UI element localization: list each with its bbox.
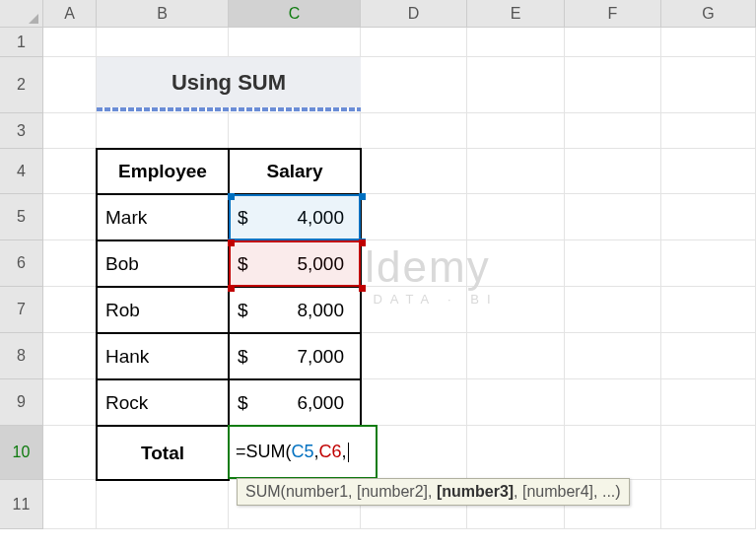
col-header-D[interactable]: D [361, 0, 467, 28]
table-cell-B5[interactable]: Mark [96, 193, 230, 241]
cell-A7[interactable] [43, 287, 97, 333]
cell-D2[interactable] [361, 57, 467, 113]
row-header-7[interactable]: 7 [0, 287, 43, 333]
cell-F4[interactable] [565, 149, 661, 194]
column-headers: ABCDEFG [43, 0, 756, 28]
cell-G3[interactable] [661, 113, 756, 149]
cell-D4[interactable] [361, 149, 467, 194]
select-all-corner[interactable] [0, 0, 43, 28]
row-header-2[interactable]: 2 [0, 57, 43, 113]
cell-D1[interactable] [361, 28, 467, 57]
cell-F8[interactable] [565, 333, 661, 379]
cell-G11[interactable] [661, 480, 756, 529]
table-cell-B9[interactable]: Rock [96, 378, 230, 427]
cell-E7[interactable] [467, 287, 565, 333]
table-cell-B6[interactable]: Bob [96, 240, 230, 288]
cell-E4[interactable] [467, 149, 565, 194]
cell-G8[interactable] [661, 333, 756, 379]
table-cell-B4[interactable]: Employee [96, 148, 230, 195]
table-cell-C6[interactable]: $5,000 [228, 240, 362, 288]
cell-G2[interactable] [661, 57, 756, 113]
cell-A4[interactable] [43, 149, 97, 194]
page-title: Using SUM [97, 57, 361, 107]
col-header-A[interactable]: A [43, 0, 97, 28]
cell-B11[interactable] [97, 480, 229, 529]
row-header-8[interactable]: 8 [0, 333, 43, 379]
cell-G7[interactable] [661, 287, 756, 333]
cell-A2[interactable] [43, 57, 97, 113]
cell-A3[interactable] [43, 113, 97, 149]
cell-A6[interactable] [43, 240, 97, 287]
row-header-1[interactable]: 1 [0, 28, 43, 57]
cell-G1[interactable] [661, 28, 756, 57]
col-header-F[interactable]: F [565, 0, 661, 28]
cell-D6[interactable] [361, 240, 467, 287]
cell-G5[interactable] [661, 194, 756, 240]
cell-B3[interactable] [97, 113, 229, 149]
col-header-B[interactable]: B [97, 0, 229, 28]
cell-D5[interactable] [361, 194, 467, 240]
cell-D9[interactable] [361, 379, 467, 426]
cell-C3[interactable] [229, 113, 361, 149]
cell-A1[interactable] [43, 28, 97, 57]
cell-E6[interactable] [467, 240, 565, 287]
col-header-C[interactable]: C [229, 0, 361, 28]
table-cell-B8[interactable]: Hank [96, 332, 230, 380]
cell-A8[interactable] [43, 333, 97, 379]
cell-E3[interactable] [467, 113, 565, 149]
cell-F10[interactable] [565, 426, 661, 480]
cell-F2[interactable] [565, 57, 661, 113]
cell-A5[interactable] [43, 194, 97, 240]
cell-E5[interactable] [467, 194, 565, 240]
cell-E1[interactable] [467, 28, 565, 57]
formula-edit-cell[interactable]: =SUM(C5,C6, [228, 425, 378, 479]
cell-A9[interactable] [43, 379, 97, 426]
table-cell-C9[interactable]: $6,000 [228, 378, 362, 427]
cell-E8[interactable] [467, 333, 565, 379]
formula-tooltip[interactable]: SUM(number1, [number2], [number3], [numb… [237, 478, 630, 506]
cell-E9[interactable] [467, 379, 565, 426]
row-header-4[interactable]: 4 [0, 149, 43, 194]
text-cursor [348, 443, 349, 462]
title-underline [97, 107, 361, 111]
col-header-G[interactable]: G [661, 0, 756, 28]
cell-G4[interactable] [661, 149, 756, 194]
table-cell-C8[interactable]: $7,000 [228, 332, 362, 380]
cell-D3[interactable] [361, 113, 467, 149]
cell-G6[interactable] [661, 240, 756, 287]
table-cell-C7[interactable]: $8,000 [228, 286, 362, 334]
table-cell-C4[interactable]: Salary [228, 148, 362, 195]
cell-G10[interactable] [661, 426, 756, 480]
cell-B1[interactable] [97, 28, 229, 57]
table-cell-B10[interactable]: Total [96, 425, 230, 481]
cell-A10[interactable] [43, 426, 97, 480]
cell-G9[interactable] [661, 379, 756, 426]
col-header-E[interactable]: E [467, 0, 565, 28]
cell-D7[interactable] [361, 287, 467, 333]
cell-D8[interactable] [361, 333, 467, 379]
table-cell-C5[interactable]: $4,000 [228, 193, 362, 241]
row-headers: 1234567891011 [0, 28, 43, 529]
cell-F1[interactable] [565, 28, 661, 57]
table-cell-B7[interactable]: Rob [96, 286, 230, 334]
cell-F9[interactable] [565, 379, 661, 426]
row-header-3[interactable]: 3 [0, 113, 43, 149]
cell-F6[interactable] [565, 240, 661, 287]
row-header-5[interactable]: 5 [0, 194, 43, 240]
cell-F5[interactable] [565, 194, 661, 240]
cell-C1[interactable] [229, 28, 361, 57]
row-header-9[interactable]: 9 [0, 379, 43, 426]
cell-E2[interactable] [467, 57, 565, 113]
cell-F3[interactable] [565, 113, 661, 149]
row-header-11[interactable]: 11 [0, 480, 43, 529]
row-header-6[interactable]: 6 [0, 240, 43, 287]
cell-E10[interactable] [467, 426, 565, 480]
cell-F7[interactable] [565, 287, 661, 333]
cell-A11[interactable] [43, 480, 97, 529]
row-header-10[interactable]: 10 [0, 426, 43, 480]
